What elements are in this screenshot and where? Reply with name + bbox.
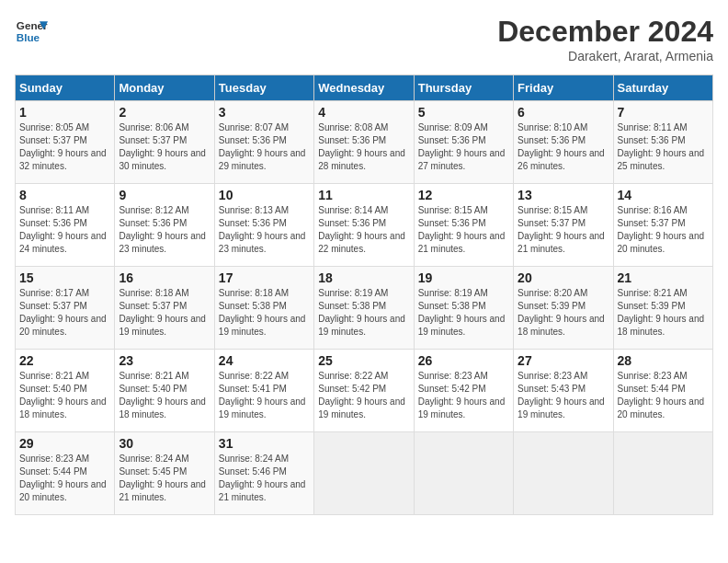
day-number: 12 [418,188,509,202]
week-row-1: 1 Sunrise: 8:05 AMSunset: 5:37 PMDayligh… [16,101,713,184]
day-cell: 23 Sunrise: 8:21 AMSunset: 5:40 PMDaylig… [115,350,214,432]
day-number: 17 [219,270,310,285]
day-info: Sunrise: 8:17 AMSunset: 5:37 PMDaylight:… [19,287,110,339]
day-number: 31 [219,436,310,451]
week-row-3: 15 Sunrise: 8:17 AMSunset: 5:37 PMDaylig… [16,267,713,350]
header-day-thursday: Thursday [414,75,513,101]
day-info: Sunrise: 8:14 AMSunset: 5:36 PMDaylight:… [318,204,409,256]
day-number: 10 [219,188,310,202]
day-info: Sunrise: 8:23 AMSunset: 5:43 PMDaylight:… [518,370,609,421]
day-cell: 24 Sunrise: 8:22 AMSunset: 5:41 PMDaylig… [214,350,313,432]
day-cell: 2 Sunrise: 8:06 AMSunset: 5:37 PMDayligh… [115,101,214,184]
day-cell: 5 Sunrise: 8:09 AMSunset: 5:36 PMDayligh… [414,101,513,184]
day-cell: 17 Sunrise: 8:18 AMSunset: 5:38 PMDaylig… [214,267,313,350]
day-info: Sunrise: 8:10 AMSunset: 5:36 PMDaylight:… [518,121,609,173]
calendar-body: 1 Sunrise: 8:05 AMSunset: 5:37 PMDayligh… [16,101,713,515]
day-info: Sunrise: 8:24 AMSunset: 5:46 PMDaylight:… [219,453,310,504]
day-number: 23 [119,353,210,368]
day-info: Sunrise: 8:05 AMSunset: 5:37 PMDaylight:… [19,121,110,173]
day-info: Sunrise: 8:11 AMSunset: 5:36 PMDaylight:… [618,121,709,173]
day-info: Sunrise: 8:12 AMSunset: 5:36 PMDaylight:… [119,204,210,256]
logo-icon: General Blue [15,15,48,48]
day-cell: 27 Sunrise: 8:23 AMSunset: 5:43 PMDaylig… [514,350,613,432]
day-info: Sunrise: 8:13 AMSunset: 5:36 PMDaylight:… [219,204,310,256]
day-info: Sunrise: 8:22 AMSunset: 5:41 PMDaylight:… [219,370,310,421]
day-info: Sunrise: 8:08 AMSunset: 5:36 PMDaylight:… [318,121,409,173]
day-number: 26 [418,353,509,368]
day-cell [613,432,712,515]
day-cell: 6 Sunrise: 8:10 AMSunset: 5:36 PMDayligh… [514,101,613,184]
day-cell: 7 Sunrise: 8:11 AMSunset: 5:36 PMDayligh… [613,101,712,184]
calendar-table: SundayMondayTuesdayWednesdayThursdayFrid… [15,75,713,515]
day-cell: 30 Sunrise: 8:24 AMSunset: 5:45 PMDaylig… [115,432,214,515]
day-cell: 20 Sunrise: 8:20 AMSunset: 5:39 PMDaylig… [514,267,613,350]
day-info: Sunrise: 8:11 AMSunset: 5:36 PMDaylight:… [19,204,110,256]
day-number: 4 [318,105,409,120]
svg-text:Blue: Blue [17,31,40,43]
day-cell: 1 Sunrise: 8:05 AMSunset: 5:37 PMDayligh… [16,101,115,184]
header-day-wednesday: Wednesday [314,75,414,101]
day-number: 28 [618,353,709,368]
day-info: Sunrise: 8:09 AMSunset: 5:36 PMDaylight:… [418,121,509,173]
day-cell: 26 Sunrise: 8:23 AMSunset: 5:42 PMDaylig… [414,350,513,432]
logo: General Blue [15,15,48,48]
day-info: Sunrise: 8:21 AMSunset: 5:39 PMDaylight:… [618,287,709,339]
day-info: Sunrise: 8:23 AMSunset: 5:44 PMDaylight:… [19,453,110,504]
day-cell: 8 Sunrise: 8:11 AMSunset: 5:36 PMDayligh… [16,184,115,267]
day-info: Sunrise: 8:16 AMSunset: 5:37 PMDaylight:… [618,204,709,256]
week-row-5: 29 Sunrise: 8:23 AMSunset: 5:44 PMDaylig… [16,432,713,515]
day-cell: 4 Sunrise: 8:08 AMSunset: 5:36 PMDayligh… [314,101,414,184]
day-number: 21 [618,270,709,285]
day-number: 6 [518,105,609,120]
day-number: 1 [19,105,110,120]
day-number: 3 [219,105,310,120]
header-day-monday: Monday [115,75,214,101]
day-number: 27 [518,353,609,368]
page-header: General Blue December 2024 Darakert, Ara… [15,15,713,63]
day-number: 24 [219,353,310,368]
week-row-2: 8 Sunrise: 8:11 AMSunset: 5:36 PMDayligh… [16,184,713,267]
header-row: SundayMondayTuesdayWednesdayThursdayFrid… [16,75,713,101]
day-number: 25 [318,353,409,368]
day-cell: 31 Sunrise: 8:24 AMSunset: 5:46 PMDaylig… [214,432,313,515]
day-cell [414,432,513,515]
day-cell: 21 Sunrise: 8:21 AMSunset: 5:39 PMDaylig… [613,267,712,350]
day-number: 13 [518,188,609,202]
day-cell: 28 Sunrise: 8:23 AMSunset: 5:44 PMDaylig… [613,350,712,432]
day-number: 5 [418,105,509,120]
week-row-4: 22 Sunrise: 8:21 AMSunset: 5:40 PMDaylig… [16,350,713,432]
day-number: 16 [119,270,210,285]
day-cell: 16 Sunrise: 8:18 AMSunset: 5:37 PMDaylig… [115,267,214,350]
day-number: 29 [19,436,110,451]
day-info: Sunrise: 8:07 AMSunset: 5:36 PMDaylight:… [219,121,310,173]
day-cell: 25 Sunrise: 8:22 AMSunset: 5:42 PMDaylig… [314,350,414,432]
day-info: Sunrise: 8:19 AMSunset: 5:38 PMDaylight:… [318,287,409,339]
location-subtitle: Darakert, Ararat, Armenia [497,49,713,63]
day-info: Sunrise: 8:23 AMSunset: 5:42 PMDaylight:… [418,370,509,421]
header-day-sunday: Sunday [16,75,115,101]
header-day-friday: Friday [514,75,613,101]
day-info: Sunrise: 8:15 AMSunset: 5:37 PMDaylight:… [518,204,609,256]
day-number: 11 [318,188,409,202]
day-number: 20 [518,270,609,285]
day-info: Sunrise: 8:21 AMSunset: 5:40 PMDaylight:… [119,370,210,421]
day-info: Sunrise: 8:21 AMSunset: 5:40 PMDaylight:… [19,370,110,421]
day-cell: 10 Sunrise: 8:13 AMSunset: 5:36 PMDaylig… [214,184,313,267]
day-number: 9 [119,188,210,202]
title-block: December 2024 Darakert, Ararat, Armenia [497,15,713,63]
day-info: Sunrise: 8:20 AMSunset: 5:39 PMDaylight:… [518,287,609,339]
day-number: 30 [119,436,210,451]
day-info: Sunrise: 8:19 AMSunset: 5:38 PMDaylight:… [418,287,509,339]
header-day-saturday: Saturday [613,75,712,101]
day-cell: 18 Sunrise: 8:19 AMSunset: 5:38 PMDaylig… [314,267,414,350]
day-number: 7 [618,105,709,120]
day-cell: 11 Sunrise: 8:14 AMSunset: 5:36 PMDaylig… [314,184,414,267]
day-info: Sunrise: 8:24 AMSunset: 5:45 PMDaylight:… [119,453,210,504]
day-info: Sunrise: 8:23 AMSunset: 5:44 PMDaylight:… [618,370,709,421]
day-cell: 15 Sunrise: 8:17 AMSunset: 5:37 PMDaylig… [16,267,115,350]
day-number: 2 [119,105,210,120]
day-info: Sunrise: 8:06 AMSunset: 5:37 PMDaylight:… [119,121,210,173]
month-title: December 2024 [497,15,713,49]
day-number: 18 [318,270,409,285]
day-info: Sunrise: 8:15 AMSunset: 5:36 PMDaylight:… [418,204,509,256]
